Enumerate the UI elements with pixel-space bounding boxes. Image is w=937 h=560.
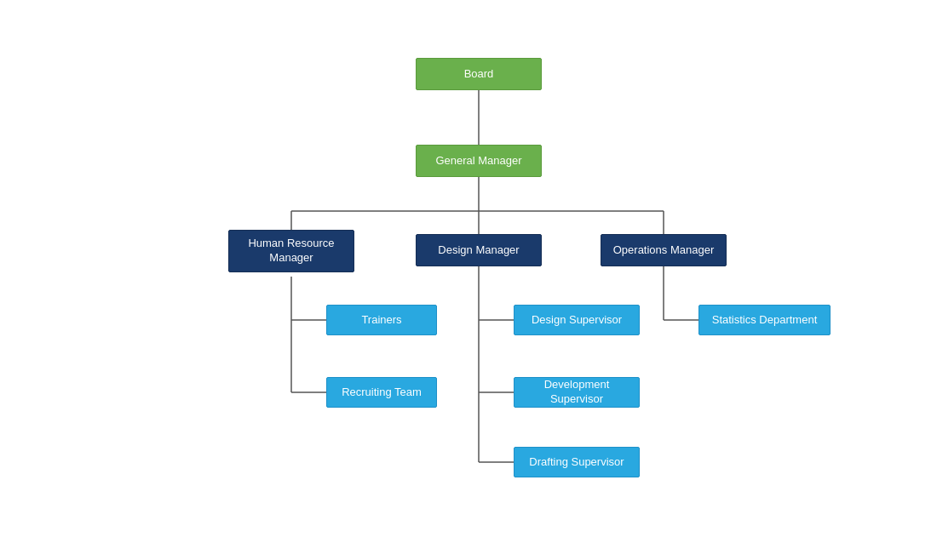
general-manager-node: General Manager bbox=[416, 145, 542, 177]
statistics-dept-node: Statistics Department bbox=[698, 305, 831, 335]
org-chart: Board General Manager Human Resource Man… bbox=[0, 0, 937, 560]
development-supervisor-node: Development Supervisor bbox=[514, 377, 640, 408]
drafting-supervisor-node: Drafting Supervisor bbox=[514, 447, 640, 477]
operations-manager-node: Operations Manager bbox=[601, 234, 727, 266]
design-manager-node: Design Manager bbox=[416, 234, 542, 266]
recruiting-team-node: Recruiting Team bbox=[326, 377, 437, 408]
trainers-node: Trainers bbox=[326, 305, 437, 335]
design-supervisor-node: Design Supervisor bbox=[514, 305, 640, 335]
board-node: Board bbox=[416, 58, 542, 90]
hr-manager-node: Human Resource Manager bbox=[228, 230, 354, 272]
